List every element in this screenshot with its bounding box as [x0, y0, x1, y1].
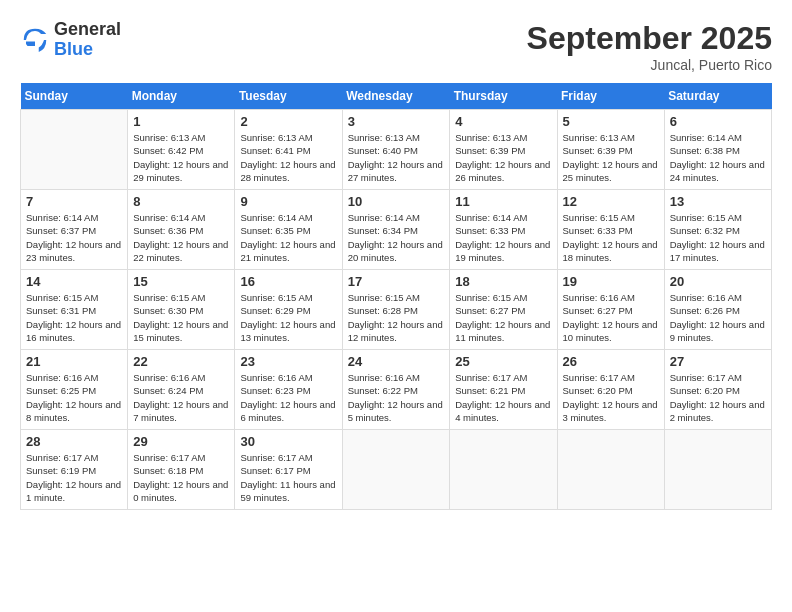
calendar-table: SundayMondayTuesdayWednesdayThursdayFrid… — [20, 83, 772, 510]
day-number: 5 — [563, 114, 659, 129]
calendar-cell: 19Sunrise: 6:16 AMSunset: 6:27 PMDayligh… — [557, 270, 664, 350]
day-number: 6 — [670, 114, 766, 129]
day-info: Sunrise: 6:13 AMSunset: 6:39 PMDaylight:… — [455, 131, 551, 184]
calendar-cell: 2Sunrise: 6:13 AMSunset: 6:41 PMDaylight… — [235, 110, 342, 190]
day-number: 7 — [26, 194, 122, 209]
day-info: Sunrise: 6:15 AMSunset: 6:33 PMDaylight:… — [563, 211, 659, 264]
day-info: Sunrise: 6:16 AMSunset: 6:23 PMDaylight:… — [240, 371, 336, 424]
calendar-cell: 14Sunrise: 6:15 AMSunset: 6:31 PMDayligh… — [21, 270, 128, 350]
day-number: 19 — [563, 274, 659, 289]
day-number: 3 — [348, 114, 445, 129]
day-info: Sunrise: 6:17 AMSunset: 6:17 PMDaylight:… — [240, 451, 336, 504]
day-info: Sunrise: 6:13 AMSunset: 6:42 PMDaylight:… — [133, 131, 229, 184]
day-number: 2 — [240, 114, 336, 129]
day-number: 17 — [348, 274, 445, 289]
day-number: 8 — [133, 194, 229, 209]
calendar-cell: 1Sunrise: 6:13 AMSunset: 6:42 PMDaylight… — [128, 110, 235, 190]
calendar-cell — [21, 110, 128, 190]
day-number: 1 — [133, 114, 229, 129]
weekday-header-monday: Monday — [128, 83, 235, 110]
calendar-cell: 4Sunrise: 6:13 AMSunset: 6:39 PMDaylight… — [450, 110, 557, 190]
calendar-cell: 24Sunrise: 6:16 AMSunset: 6:22 PMDayligh… — [342, 350, 450, 430]
calendar-cell: 11Sunrise: 6:14 AMSunset: 6:33 PMDayligh… — [450, 190, 557, 270]
calendar-cell: 13Sunrise: 6:15 AMSunset: 6:32 PMDayligh… — [664, 190, 771, 270]
week-row-5: 28Sunrise: 6:17 AMSunset: 6:19 PMDayligh… — [21, 430, 772, 510]
day-info: Sunrise: 6:13 AMSunset: 6:41 PMDaylight:… — [240, 131, 336, 184]
calendar-cell: 3Sunrise: 6:13 AMSunset: 6:40 PMDaylight… — [342, 110, 450, 190]
calendar-cell: 28Sunrise: 6:17 AMSunset: 6:19 PMDayligh… — [21, 430, 128, 510]
weekday-header-tuesday: Tuesday — [235, 83, 342, 110]
title-block: September 2025 Juncal, Puerto Rico — [527, 20, 772, 73]
day-info: Sunrise: 6:16 AMSunset: 6:25 PMDaylight:… — [26, 371, 122, 424]
calendar-cell: 23Sunrise: 6:16 AMSunset: 6:23 PMDayligh… — [235, 350, 342, 430]
day-info: Sunrise: 6:17 AMSunset: 6:19 PMDaylight:… — [26, 451, 122, 504]
logo-blue: Blue — [54, 40, 121, 60]
day-info: Sunrise: 6:15 AMSunset: 6:30 PMDaylight:… — [133, 291, 229, 344]
week-row-4: 21Sunrise: 6:16 AMSunset: 6:25 PMDayligh… — [21, 350, 772, 430]
week-row-1: 1Sunrise: 6:13 AMSunset: 6:42 PMDaylight… — [21, 110, 772, 190]
calendar-cell: 27Sunrise: 6:17 AMSunset: 6:20 PMDayligh… — [664, 350, 771, 430]
calendar-cell: 18Sunrise: 6:15 AMSunset: 6:27 PMDayligh… — [450, 270, 557, 350]
day-number: 13 — [670, 194, 766, 209]
day-info: Sunrise: 6:16 AMSunset: 6:26 PMDaylight:… — [670, 291, 766, 344]
day-info: Sunrise: 6:15 AMSunset: 6:27 PMDaylight:… — [455, 291, 551, 344]
day-number: 10 — [348, 194, 445, 209]
calendar-cell — [557, 430, 664, 510]
calendar-cell: 20Sunrise: 6:16 AMSunset: 6:26 PMDayligh… — [664, 270, 771, 350]
calendar-cell: 30Sunrise: 6:17 AMSunset: 6:17 PMDayligh… — [235, 430, 342, 510]
location-subtitle: Juncal, Puerto Rico — [527, 57, 772, 73]
calendar-cell: 22Sunrise: 6:16 AMSunset: 6:24 PMDayligh… — [128, 350, 235, 430]
day-info: Sunrise: 6:15 AMSunset: 6:32 PMDaylight:… — [670, 211, 766, 264]
day-info: Sunrise: 6:16 AMSunset: 6:27 PMDaylight:… — [563, 291, 659, 344]
day-number: 25 — [455, 354, 551, 369]
weekday-header-wednesday: Wednesday — [342, 83, 450, 110]
day-number: 12 — [563, 194, 659, 209]
day-number: 23 — [240, 354, 336, 369]
calendar-cell: 8Sunrise: 6:14 AMSunset: 6:36 PMDaylight… — [128, 190, 235, 270]
day-info: Sunrise: 6:14 AMSunset: 6:36 PMDaylight:… — [133, 211, 229, 264]
weekday-header-row: SundayMondayTuesdayWednesdayThursdayFrid… — [21, 83, 772, 110]
day-info: Sunrise: 6:15 AMSunset: 6:29 PMDaylight:… — [240, 291, 336, 344]
page-header: General Blue September 2025 Juncal, Puer… — [20, 20, 772, 73]
day-info: Sunrise: 6:16 AMSunset: 6:22 PMDaylight:… — [348, 371, 445, 424]
weekday-header-thursday: Thursday — [450, 83, 557, 110]
day-info: Sunrise: 6:16 AMSunset: 6:24 PMDaylight:… — [133, 371, 229, 424]
day-info: Sunrise: 6:17 AMSunset: 6:20 PMDaylight:… — [563, 371, 659, 424]
calendar-cell — [450, 430, 557, 510]
day-number: 30 — [240, 434, 336, 449]
day-info: Sunrise: 6:15 AMSunset: 6:31 PMDaylight:… — [26, 291, 122, 344]
week-row-3: 14Sunrise: 6:15 AMSunset: 6:31 PMDayligh… — [21, 270, 772, 350]
day-number: 21 — [26, 354, 122, 369]
day-info: Sunrise: 6:14 AMSunset: 6:38 PMDaylight:… — [670, 131, 766, 184]
calendar-cell: 17Sunrise: 6:15 AMSunset: 6:28 PMDayligh… — [342, 270, 450, 350]
day-info: Sunrise: 6:17 AMSunset: 6:18 PMDaylight:… — [133, 451, 229, 504]
weekday-header-saturday: Saturday — [664, 83, 771, 110]
calendar-cell: 10Sunrise: 6:14 AMSunset: 6:34 PMDayligh… — [342, 190, 450, 270]
calendar-cell: 26Sunrise: 6:17 AMSunset: 6:20 PMDayligh… — [557, 350, 664, 430]
day-number: 4 — [455, 114, 551, 129]
calendar-cell: 16Sunrise: 6:15 AMSunset: 6:29 PMDayligh… — [235, 270, 342, 350]
calendar-cell: 25Sunrise: 6:17 AMSunset: 6:21 PMDayligh… — [450, 350, 557, 430]
day-info: Sunrise: 6:14 AMSunset: 6:35 PMDaylight:… — [240, 211, 336, 264]
calendar-cell — [342, 430, 450, 510]
calendar-cell — [664, 430, 771, 510]
day-info: Sunrise: 6:15 AMSunset: 6:28 PMDaylight:… — [348, 291, 445, 344]
logo: General Blue — [20, 20, 121, 60]
weekday-header-friday: Friday — [557, 83, 664, 110]
day-number: 16 — [240, 274, 336, 289]
day-number: 28 — [26, 434, 122, 449]
day-info: Sunrise: 6:17 AMSunset: 6:21 PMDaylight:… — [455, 371, 551, 424]
day-number: 15 — [133, 274, 229, 289]
day-number: 24 — [348, 354, 445, 369]
day-number: 26 — [563, 354, 659, 369]
month-title: September 2025 — [527, 20, 772, 57]
week-row-2: 7Sunrise: 6:14 AMSunset: 6:37 PMDaylight… — [21, 190, 772, 270]
day-number: 11 — [455, 194, 551, 209]
day-info: Sunrise: 6:14 AMSunset: 6:37 PMDaylight:… — [26, 211, 122, 264]
day-number: 29 — [133, 434, 229, 449]
day-number: 20 — [670, 274, 766, 289]
day-number: 22 — [133, 354, 229, 369]
day-number: 18 — [455, 274, 551, 289]
logo-icon — [20, 25, 50, 55]
day-number: 27 — [670, 354, 766, 369]
